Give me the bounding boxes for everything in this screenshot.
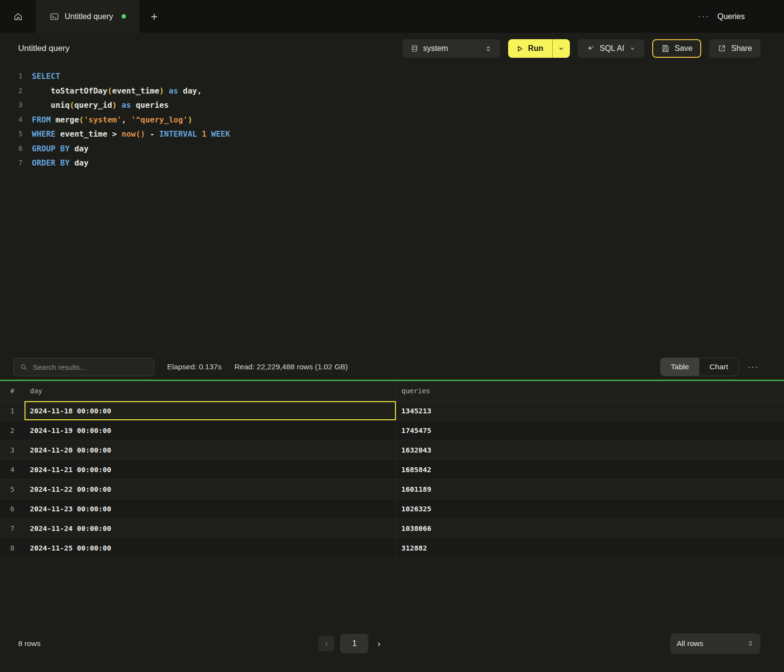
line-number: 2 <box>0 84 23 98</box>
database-value: system <box>423 44 448 53</box>
results-footer: 8 rows ‹ 1 › All rows <box>0 627 784 659</box>
code-line[interactable]: 7ORDER BY day <box>0 156 784 170</box>
queries-cell[interactable]: 1745475 <box>396 421 784 440</box>
next-page-button[interactable]: › <box>374 638 383 649</box>
table-row[interactable]: 82024-11-25 00:00:00312882 <box>0 538 784 558</box>
run-button[interactable]: Run <box>508 39 552 58</box>
table-row[interactable]: 32024-11-20 00:00:001632043 <box>0 440 784 460</box>
code-token: event_time <box>60 129 112 139</box>
line-number: 6 <box>0 142 23 156</box>
code-token: queries <box>136 100 169 110</box>
page-title: Untitled query <box>18 44 70 53</box>
app-window: Untitled query + ··· Queries Untitled qu… <box>0 0 784 672</box>
code-token: as <box>117 100 136 110</box>
row-number-cell[interactable]: 7 <box>0 519 24 538</box>
code-text: FROM merge('system', '^query_log') <box>23 113 193 127</box>
row-number-cell[interactable]: 8 <box>0 538 24 557</box>
row-number-cell[interactable]: 3 <box>0 440 24 459</box>
code-line[interactable]: 4FROM merge('system', '^query_log') <box>0 113 784 127</box>
queries-cell[interactable]: 1632043 <box>396 440 784 459</box>
share-button[interactable]: Share <box>709 39 760 58</box>
code-token: day <box>74 158 89 168</box>
search-icon <box>20 363 28 371</box>
sql-editor[interactable]: 1SELECT2 toStartOfDay(event_time) as day… <box>0 64 784 354</box>
col-header-index[interactable]: # <box>0 381 24 401</box>
row-number-cell[interactable]: 2 <box>0 421 24 440</box>
new-tab-button[interactable]: + <box>139 0 170 33</box>
code-text: GROUP BY day <box>23 142 89 156</box>
results-body: 12024-11-18 00:00:00134521322024-11-19 0… <box>0 401 784 558</box>
queries-cell[interactable]: 1685842 <box>396 460 784 479</box>
day-cell[interactable]: 2024-11-25 00:00:00 <box>24 538 396 557</box>
code-token: ( <box>107 86 112 96</box>
code-text: uniq(query_id) as queries <box>23 98 169 113</box>
prev-page-button[interactable]: ‹ <box>318 636 334 651</box>
code-token: SELECT <box>32 72 60 81</box>
code-token: ( <box>79 115 84 124</box>
code-line[interactable]: 3 uniq(query_id) as queries <box>0 98 784 113</box>
row-number-cell[interactable]: 5 <box>0 480 24 499</box>
day-cell[interactable]: 2024-11-24 00:00:00 <box>24 519 396 538</box>
overflow-menu-icon[interactable]: ··· <box>698 11 710 22</box>
search-results-input[interactable] <box>33 363 148 371</box>
line-number: 5 <box>0 127 23 142</box>
code-token: WHERE <box>32 129 60 139</box>
queries-cell[interactable]: 1038066 <box>396 519 784 538</box>
code-text: toStartOfDay(event_time) as day, <box>23 84 202 98</box>
day-cell[interactable]: 2024-11-19 00:00:00 <box>24 421 396 440</box>
code-text: SELECT <box>23 69 60 84</box>
code-token: now() <box>122 129 145 139</box>
up-down-chevrons-icon <box>485 45 492 53</box>
col-header-queries[interactable]: queries <box>396 381 784 401</box>
table-row[interactable]: 22024-11-19 00:00:001745475 <box>0 421 784 440</box>
tab-untitled-query[interactable]: Untitled query <box>37 0 139 33</box>
view-toggle: Table Chart <box>660 358 739 376</box>
rows-per-page-selector[interactable]: All rows <box>670 633 760 654</box>
table-row[interactable]: 12024-11-18 00:00:001345213 <box>0 401 784 421</box>
search-results-box[interactable] <box>13 358 154 376</box>
day-cell[interactable]: 2024-11-22 00:00:00 <box>24 480 396 499</box>
queries-cell[interactable]: 1026325 <box>396 499 784 518</box>
results-empty-area <box>0 558 784 627</box>
row-number-cell[interactable]: 1 <box>0 401 24 420</box>
view-table-tab[interactable]: Table <box>661 358 699 376</box>
row-number-cell[interactable]: 4 <box>0 460 24 479</box>
queries-menu-button[interactable]: Queries <box>717 12 745 21</box>
queries-cell[interactable]: 1601189 <box>396 480 784 499</box>
code-token: ) <box>188 115 193 124</box>
code-token: merge <box>55 115 79 124</box>
save-button[interactable]: Save <box>652 39 701 58</box>
code-line[interactable]: 2 toStartOfDay(event_time) as day, <box>0 84 784 98</box>
page-number-button[interactable]: 1 <box>340 634 368 653</box>
sql-ai-button[interactable]: SQL AI <box>578 39 644 58</box>
col-header-day[interactable]: day <box>24 381 396 401</box>
day-cell[interactable]: 2024-11-18 00:00:00 <box>24 401 396 420</box>
database-selector[interactable]: system <box>402 39 500 58</box>
view-chart-tab[interactable]: Chart <box>699 358 738 376</box>
code-token: INTERVAL <box>159 129 202 139</box>
elapsed-stat: Elapsed: 0.137s <box>167 362 221 371</box>
day-cell[interactable]: 2024-11-21 00:00:00 <box>24 460 396 479</box>
row-number-cell[interactable]: 6 <box>0 499 24 518</box>
line-number: 3 <box>0 98 23 113</box>
code-line[interactable]: 1SELECT <box>0 69 784 84</box>
table-row[interactable]: 62024-11-23 00:00:001026325 <box>0 499 784 519</box>
run-options-button[interactable] <box>552 39 570 58</box>
home-button[interactable] <box>0 0 37 33</box>
day-cell[interactable]: 2024-11-20 00:00:00 <box>24 440 396 459</box>
home-icon <box>13 12 23 22</box>
table-row[interactable]: 72024-11-24 00:00:001038066 <box>0 519 784 538</box>
queries-cell[interactable]: 1345213 <box>396 401 784 420</box>
pagination: ‹ 1 › <box>318 634 383 653</box>
table-row[interactable]: 42024-11-21 00:00:001685842 <box>0 460 784 480</box>
row-count: 8 rows <box>18 639 357 648</box>
query-toolbar: Untitled query system Run <box>0 33 784 64</box>
code-token: 'system' <box>84 115 122 124</box>
code-line[interactable]: 5WHERE event_time > now() - INTERVAL 1 W… <box>0 127 784 142</box>
results-more-icon[interactable]: ··· <box>746 361 760 372</box>
table-row[interactable]: 52024-11-22 00:00:001601189 <box>0 480 784 499</box>
code-line[interactable]: 6GROUP BY day <box>0 142 784 156</box>
day-cell[interactable]: 2024-11-23 00:00:00 <box>24 499 396 518</box>
queries-cell[interactable]: 312882 <box>396 538 784 557</box>
run-button-group: Run <box>508 39 570 58</box>
